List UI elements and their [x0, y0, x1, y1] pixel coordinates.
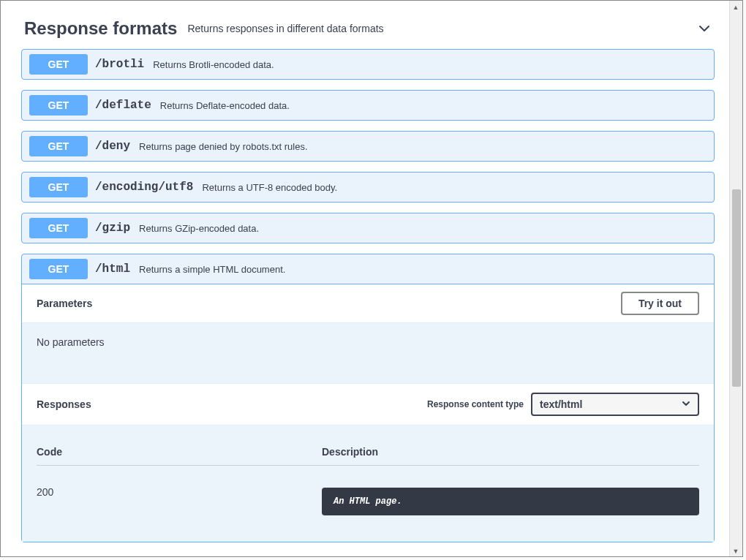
scroll-down-arrow-icon[interactable]: ▼ — [729, 545, 742, 557]
endpoint-description: Returns a UTF-8 encoded body. — [202, 182, 337, 193]
content-type-select[interactable]: text/html — [531, 393, 699, 416]
endpoint-gzip[interactable]: GET /gzip Returns GZip-encoded data. — [21, 213, 715, 243]
method-badge: GET — [29, 218, 88, 238]
responses-table-header: Code Description — [37, 446, 699, 466]
endpoint-brotli[interactable]: GET /brotli Returns Brotli-encoded data. — [21, 49, 715, 80]
method-badge: GET — [29, 54, 88, 75]
endpoint-deflate[interactable]: GET /deflate Returns Deflate-encoded dat… — [21, 90, 715, 121]
responses-label: Responses — [37, 398, 91, 410]
responses-table: Code Description 200 An HTML page. — [22, 425, 714, 542]
method-badge: GET — [29, 95, 88, 116]
parameters-header: Parameters Try it out — [22, 284, 714, 323]
chevron-down-icon[interactable] — [697, 21, 712, 36]
endpoint-details: Parameters Try it out No parameters Resp… — [22, 284, 714, 542]
section-title: Response formats — [24, 18, 177, 39]
responses-header: Responses Response content type text/htm… — [22, 383, 714, 425]
content-type-value: text/html — [540, 398, 582, 410]
endpoint-html[interactable]: GET /html Returns a simple HTML document… — [21, 254, 715, 542]
section-header[interactable]: Response formats Returns responses in di… — [21, 1, 715, 49]
endpoint-deny[interactable]: GET /deny Returns page denied by robots.… — [21, 131, 715, 162]
endpoint-description: Returns Deflate-encoded data. — [160, 100, 290, 111]
endpoint-description: Returns Brotli-encoded data. — [153, 59, 274, 70]
endpoint-description: Returns a simple HTML document. — [139, 264, 285, 275]
endpoint-path: /encoding/utf8 — [95, 181, 193, 194]
no-parameters-text: No parameters — [37, 336, 105, 348]
endpoint-description: Returns page denied by robots.txt rules. — [139, 141, 308, 152]
description-header: Description — [322, 446, 699, 458]
chevron-down-icon — [682, 398, 690, 410]
table-row: 200 An HTML page. — [37, 486, 699, 515]
method-badge: GET — [29, 177, 88, 197]
code-header: Code — [37, 446, 322, 458]
section-description: Returns responses in different data form… — [187, 23, 697, 34]
endpoint-path: /gzip — [95, 222, 130, 235]
scroll-up-arrow-icon[interactable]: ▲ — [729, 1, 742, 14]
response-code: 200 — [37, 486, 322, 515]
try-it-out-button[interactable]: Try it out — [621, 292, 699, 315]
method-badge: GET — [29, 259, 88, 279]
scrollbar-thumb[interactable] — [732, 189, 741, 387]
content-type-label: Response content type — [427, 399, 524, 409]
endpoint-path: /brotli — [95, 58, 144, 71]
scrollbar-track[interactable]: ▲ ▼ — [729, 1, 742, 557]
endpoint-path: /deny — [95, 140, 130, 153]
method-badge: GET — [29, 136, 88, 156]
endpoint-path: /deflate — [95, 99, 151, 112]
api-doc-scroll-area[interactable]: Response formats Returns responses in di… — [1, 1, 729, 556]
parameters-label: Parameters — [37, 298, 92, 309]
response-example: An HTML page. — [322, 488, 699, 515]
endpoint-path: /html — [95, 262, 130, 276]
parameters-body: No parameters — [22, 323, 714, 383]
endpoint-description: Returns GZip-encoded data. — [139, 223, 259, 234]
endpoint-encoding-utf8[interactable]: GET /encoding/utf8 Returns a UTF-8 encod… — [21, 172, 715, 203]
